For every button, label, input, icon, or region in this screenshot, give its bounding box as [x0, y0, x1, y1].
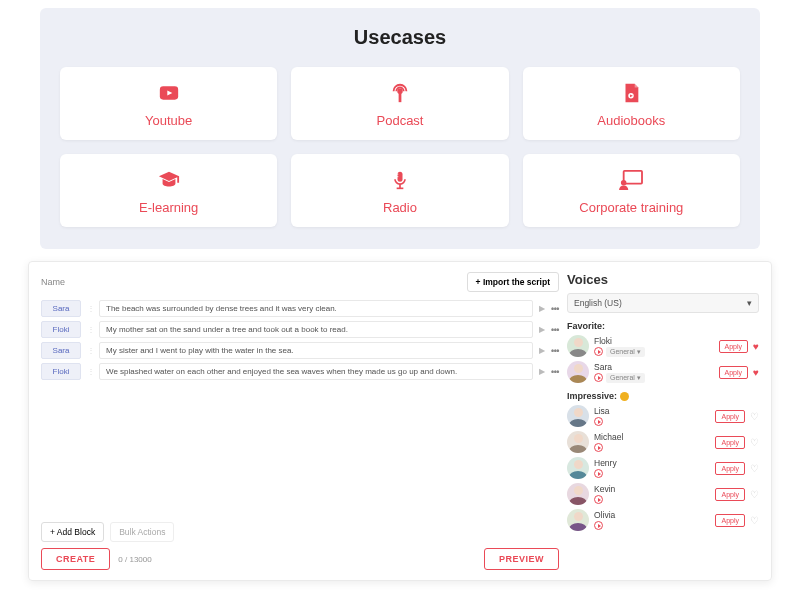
- speaker-tag[interactable]: Floki: [41, 363, 81, 380]
- voice-row: Olivia Apply ♡: [567, 509, 759, 531]
- svg-rect-10: [624, 171, 642, 184]
- voice-name: Floki: [594, 336, 714, 346]
- voice-row: Michael Apply ♡: [567, 431, 759, 453]
- usecases-panel: Usecases Youtube Podcast Audiobooks E-le…: [40, 8, 760, 249]
- favorite-section-label: Favorite:: [567, 321, 759, 331]
- script-row: Sara ⋮ The beach was surrounded by dense…: [41, 300, 559, 317]
- play-icon[interactable]: [594, 495, 603, 504]
- chevron-down-icon: ▾: [747, 298, 752, 308]
- voice-style-select[interactable]: General ▾: [606, 347, 645, 357]
- usecase-radio[interactable]: Radio: [291, 154, 508, 227]
- drag-handle-icon[interactable]: ⋮: [87, 346, 93, 355]
- preview-button[interactable]: PREVIEW: [484, 548, 559, 570]
- usecase-elearning[interactable]: E-learning: [60, 154, 277, 227]
- apply-voice-button[interactable]: Apply: [715, 514, 745, 527]
- voice-row: Lisa Apply ♡: [567, 405, 759, 427]
- heart-icon[interactable]: ♥: [753, 341, 759, 352]
- voice-name: Sara: [594, 362, 714, 372]
- usecase-podcast[interactable]: Podcast: [291, 67, 508, 140]
- avatar: [567, 361, 589, 383]
- heart-outline-icon[interactable]: ♡: [750, 463, 759, 474]
- add-block-button[interactable]: + Add Block: [41, 522, 104, 542]
- microphone-icon: [386, 168, 414, 192]
- audiobook-icon: [617, 81, 645, 105]
- usecase-label: Corporate training: [579, 200, 683, 215]
- impressive-section-label: Impressive:: [567, 391, 759, 401]
- heart-outline-icon[interactable]: ♡: [750, 437, 759, 448]
- svg-point-11: [621, 180, 627, 186]
- usecase-youtube[interactable]: Youtube: [60, 67, 277, 140]
- line-text-input[interactable]: The beach was surrounded by dense trees …: [99, 300, 533, 317]
- avatar: [567, 335, 589, 357]
- voice-name: Olivia: [594, 510, 710, 520]
- play-icon[interactable]: [594, 417, 603, 426]
- line-text-input[interactable]: My sister and I went to play with the wa…: [99, 342, 533, 359]
- impressive-voice-list: Lisa Apply ♡ Michael Apply ♡ Henry Apply…: [567, 405, 759, 531]
- voice-name: Henry: [594, 458, 710, 468]
- drag-handle-icon[interactable]: ⋮: [87, 304, 93, 313]
- bulk-actions-button[interactable]: Bulk Actions: [110, 522, 174, 542]
- heart-outline-icon[interactable]: ♡: [750, 411, 759, 422]
- speaker-tag[interactable]: Floki: [41, 321, 81, 338]
- script-column: Name + Import the script Sara ⋮ The beac…: [41, 272, 559, 570]
- language-select[interactable]: English (US) ▾: [567, 293, 759, 313]
- heart-outline-icon[interactable]: ♡: [750, 489, 759, 500]
- heart-icon[interactable]: ♥: [753, 367, 759, 378]
- language-value: English (US): [574, 298, 622, 308]
- avatar: [567, 457, 589, 479]
- apply-voice-button[interactable]: Apply: [715, 488, 745, 501]
- more-icon[interactable]: •••: [551, 304, 559, 314]
- voices-title: Voices: [567, 272, 759, 287]
- editor-panel: Name + Import the script Sara ⋮ The beac…: [28, 261, 772, 581]
- create-button[interactable]: CREATE: [41, 548, 110, 570]
- apply-voice-button[interactable]: Apply: [715, 410, 745, 423]
- play-icon[interactable]: [594, 373, 603, 382]
- import-script-button[interactable]: + Import the script: [467, 272, 559, 292]
- voice-name: Michael: [594, 432, 710, 442]
- more-icon[interactable]: •••: [551, 325, 559, 335]
- play-line-icon[interactable]: ▶: [539, 346, 545, 355]
- drag-handle-icon[interactable]: ⋮: [87, 367, 93, 376]
- play-line-icon[interactable]: ▶: [539, 304, 545, 313]
- line-text-input[interactable]: My mother sat on the sand under a tree a…: [99, 321, 533, 338]
- favorite-voice-list: Floki General ▾ Apply ♥ Sara General ▾ A…: [567, 335, 759, 383]
- usecase-corporate[interactable]: Corporate training: [523, 154, 740, 227]
- voice-style-select[interactable]: General ▾: [606, 373, 645, 383]
- play-icon[interactable]: [594, 347, 603, 356]
- apply-voice-button[interactable]: Apply: [719, 340, 749, 353]
- drag-handle-icon[interactable]: ⋮: [87, 325, 93, 334]
- speaker-tag[interactable]: Sara: [41, 342, 81, 359]
- usecase-label: Youtube: [145, 113, 192, 128]
- voice-name: Kevin: [594, 484, 710, 494]
- name-label: Name: [41, 277, 65, 287]
- voice-name: Lisa: [594, 406, 710, 416]
- play-line-icon[interactable]: ▶: [539, 367, 545, 376]
- usecases-grid: Youtube Podcast Audiobooks E-learning Ra…: [60, 67, 740, 227]
- voice-row: Kevin Apply ♡: [567, 483, 759, 505]
- avatar: [567, 483, 589, 505]
- speaker-tag[interactable]: Sara: [41, 300, 81, 317]
- star-badge-icon: [620, 392, 629, 401]
- apply-voice-button[interactable]: Apply: [715, 462, 745, 475]
- voice-row: Floki General ▾ Apply ♥: [567, 335, 759, 357]
- svg-point-2: [398, 89, 402, 93]
- play-line-icon[interactable]: ▶: [539, 325, 545, 334]
- graduation-cap-icon: [155, 168, 183, 192]
- apply-voice-button[interactable]: Apply: [715, 436, 745, 449]
- voice-row: Henry Apply ♡: [567, 457, 759, 479]
- usecase-label: Radio: [383, 200, 417, 215]
- line-text-input[interactable]: We splashed water on each other and enjo…: [99, 363, 533, 380]
- play-icon[interactable]: [594, 521, 603, 530]
- avatar: [567, 405, 589, 427]
- more-icon[interactable]: •••: [551, 346, 559, 356]
- usecase-label: E-learning: [139, 200, 198, 215]
- podcast-icon: [386, 81, 414, 105]
- more-icon[interactable]: •••: [551, 367, 559, 377]
- usecase-audiobooks[interactable]: Audiobooks: [523, 67, 740, 140]
- play-icon[interactable]: [594, 443, 603, 452]
- play-icon[interactable]: [594, 469, 603, 478]
- script-row: Floki ⋮ We splashed water on each other …: [41, 363, 559, 380]
- heart-outline-icon[interactable]: ♡: [750, 515, 759, 526]
- training-icon: [617, 168, 645, 192]
- apply-voice-button[interactable]: Apply: [719, 366, 749, 379]
